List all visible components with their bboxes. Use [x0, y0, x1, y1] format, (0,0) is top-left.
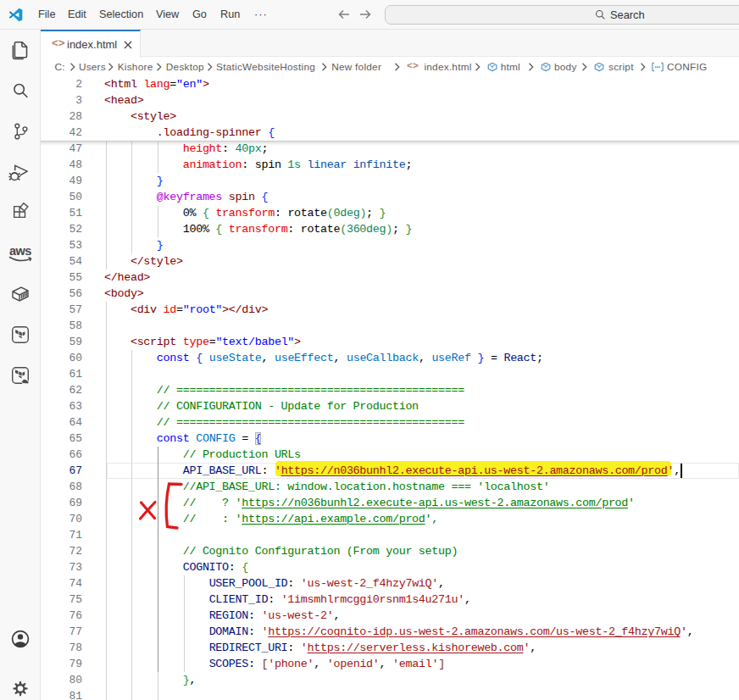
svg-text:aws: aws — [9, 244, 31, 258]
